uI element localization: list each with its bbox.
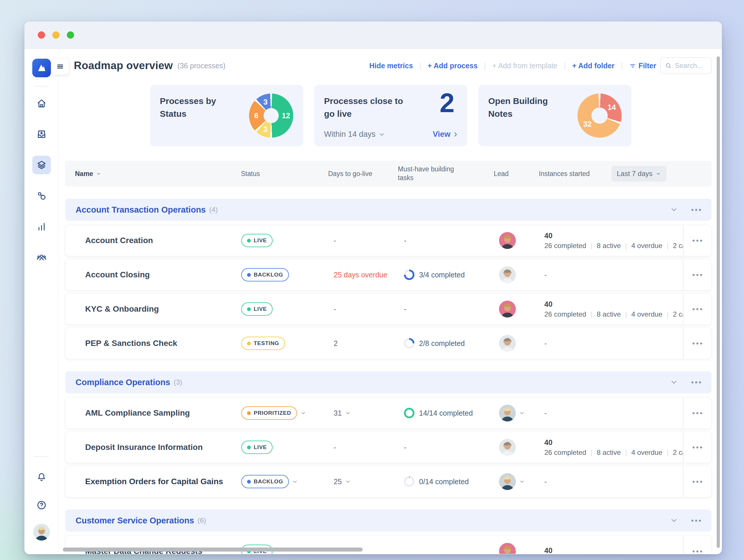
add-process-button[interactable]: + Add process xyxy=(427,62,478,70)
menu-icon[interactable] xyxy=(51,58,69,75)
process-row[interactable]: AML Compliance Sampling PRIORITIZED 31 1… xyxy=(65,397,711,429)
row-menu-button[interactable] xyxy=(683,432,711,463)
row-menu-button[interactable] xyxy=(683,398,711,429)
group-menu-button[interactable] xyxy=(692,382,701,384)
date-range-filter-dropdown[interactable]: Last 7 days xyxy=(611,166,666,182)
process-name[interactable]: Deposit Insurance Information xyxy=(65,443,241,452)
status-label: LIVE xyxy=(254,306,267,312)
group-header[interactable]: Compliance Operations (3) xyxy=(65,371,711,393)
lead-cell xyxy=(494,266,539,283)
status-badge[interactable]: BACKLOG xyxy=(241,268,289,281)
zoom-window-button[interactable] xyxy=(67,31,74,39)
filter-button[interactable]: Filter xyxy=(629,62,656,70)
process-name[interactable]: PEP & Sanctions Check xyxy=(65,339,241,348)
hide-metrics-button[interactable]: Hide metrics xyxy=(369,62,413,70)
row-menu-button[interactable] xyxy=(683,466,711,497)
collapse-group-chevron-icon[interactable] xyxy=(670,516,678,525)
add-folder-button[interactable]: + Add folder xyxy=(572,62,615,70)
status-badge[interactable]: LIVE xyxy=(241,441,272,454)
view-link[interactable]: View xyxy=(433,130,458,139)
sidebar-item-integrations[interactable] xyxy=(32,187,51,205)
lead-avatar[interactable] xyxy=(499,439,516,456)
go-live-count: 2 xyxy=(440,88,454,118)
process-row[interactable]: Exemption Orders for Capital Gains BACKL… xyxy=(65,466,711,497)
row-menu-button[interactable] xyxy=(683,225,711,256)
process-name[interactable]: AML Compliance Sampling xyxy=(65,408,241,418)
chevron-down-icon[interactable] xyxy=(519,410,525,416)
status-cell: LIVE xyxy=(241,441,328,454)
tasks-progress-ring xyxy=(404,338,414,349)
search-box[interactable] xyxy=(660,57,711,74)
chevron-down-icon[interactable] xyxy=(345,478,351,485)
process-name[interactable]: KYC & Onboarding xyxy=(65,305,241,314)
avatar-photo xyxy=(499,473,516,490)
group-menu-button[interactable] xyxy=(692,520,701,522)
process-row[interactable]: Account Closing BACKLOG 25 days overdue … xyxy=(65,259,711,290)
donut-segment-label: 14 xyxy=(607,103,616,112)
process-row[interactable]: PEP & Sanctions Check TESTING 2 2/8 comp… xyxy=(65,328,711,359)
instances-cell: - xyxy=(539,339,683,348)
lead-avatar[interactable] xyxy=(499,301,516,317)
horizontal-scrollbar[interactable] xyxy=(63,548,363,552)
instances-total: 40 xyxy=(544,232,683,240)
titlebar xyxy=(25,22,722,49)
app-logo[interactable] xyxy=(32,59,51,77)
lead-avatar[interactable] xyxy=(499,543,516,554)
sidebar-item-reports[interactable] xyxy=(32,217,51,236)
lead-cell xyxy=(494,439,539,456)
search-input[interactable] xyxy=(675,62,707,70)
process-row[interactable]: KYC & Onboarding LIVE - - 4026 completed… xyxy=(65,293,711,325)
process-name[interactable]: Account Creation xyxy=(65,236,241,245)
sidebar-item-team[interactable] xyxy=(32,248,51,267)
avatar-photo xyxy=(499,266,516,283)
row-menu-button[interactable] xyxy=(683,328,711,359)
lead-avatar[interactable] xyxy=(499,266,516,283)
home-icon xyxy=(36,98,47,109)
column-name-sort[interactable]: Name xyxy=(65,170,241,178)
instances-stat: 2 ca xyxy=(673,448,683,456)
process-row[interactable]: Account Creation LIVE - - 4026 completed… xyxy=(65,225,711,256)
group-count: (3) xyxy=(174,378,182,386)
group-header[interactable]: Customer Service Operations (6) xyxy=(65,510,711,531)
building-tasks-cell: 2/8 completed xyxy=(398,338,494,349)
row-menu-button[interactable] xyxy=(683,294,711,324)
lead-avatar[interactable] xyxy=(499,405,516,422)
process-row[interactable]: Deposit Insurance Information LIVE - - 4… xyxy=(65,432,711,463)
chevron-down-icon[interactable] xyxy=(345,410,351,416)
sidebar-item-home[interactable] xyxy=(32,94,51,113)
row-menu-button[interactable] xyxy=(683,259,711,290)
collapse-group-chevron-icon[interactable] xyxy=(670,206,678,214)
status-cell: LIVE xyxy=(241,234,328,247)
help-icon[interactable] xyxy=(32,496,51,514)
close-window-button[interactable] xyxy=(38,31,45,39)
status-badge[interactable]: BACKLOG xyxy=(241,475,289,488)
collapse-group-chevron-icon[interactable] xyxy=(670,378,678,386)
building-tasks-cell: 0/14 completed xyxy=(398,476,494,487)
sidebar-item-processes[interactable] xyxy=(32,156,51,174)
chevron-down-icon[interactable] xyxy=(519,478,525,485)
process-name[interactable]: Account Closing xyxy=(65,270,241,279)
metric-card-close-to-go-live: Processes close to go live 2 Within 14 d… xyxy=(314,85,467,147)
avatar-photo xyxy=(499,232,516,249)
group-header[interactable]: Account Transaction Operations (4) xyxy=(65,199,711,221)
within-days-dropdown[interactable]: Within 14 days xyxy=(324,130,385,139)
user-avatar[interactable] xyxy=(33,524,50,541)
days-to-go-live-cell: 25 days overdue xyxy=(328,271,398,279)
chevron-down-icon[interactable] xyxy=(300,410,306,416)
minimize-window-button[interactable] xyxy=(52,31,60,39)
row-menu-button[interactable] xyxy=(683,536,711,554)
status-badge[interactable]: LIVE xyxy=(241,234,272,247)
instances-cell: - xyxy=(539,478,683,486)
lead-avatar[interactable] xyxy=(499,335,516,352)
sidebar-item-inbox[interactable] xyxy=(32,125,51,144)
process-name[interactable]: Exemption Orders for Capital Gains xyxy=(65,477,241,486)
vertical-scrollbar[interactable] xyxy=(717,56,720,548)
lead-avatar[interactable] xyxy=(499,473,516,490)
status-badge[interactable]: LIVE xyxy=(241,303,272,316)
lead-avatar[interactable] xyxy=(499,232,516,249)
chevron-down-icon[interactable] xyxy=(292,478,298,485)
group-menu-button[interactable] xyxy=(692,209,701,211)
status-badge[interactable]: TESTING xyxy=(241,337,285,350)
status-badge[interactable]: PRIORITIZED xyxy=(241,406,297,420)
notifications-bell-icon[interactable] xyxy=(32,468,51,486)
